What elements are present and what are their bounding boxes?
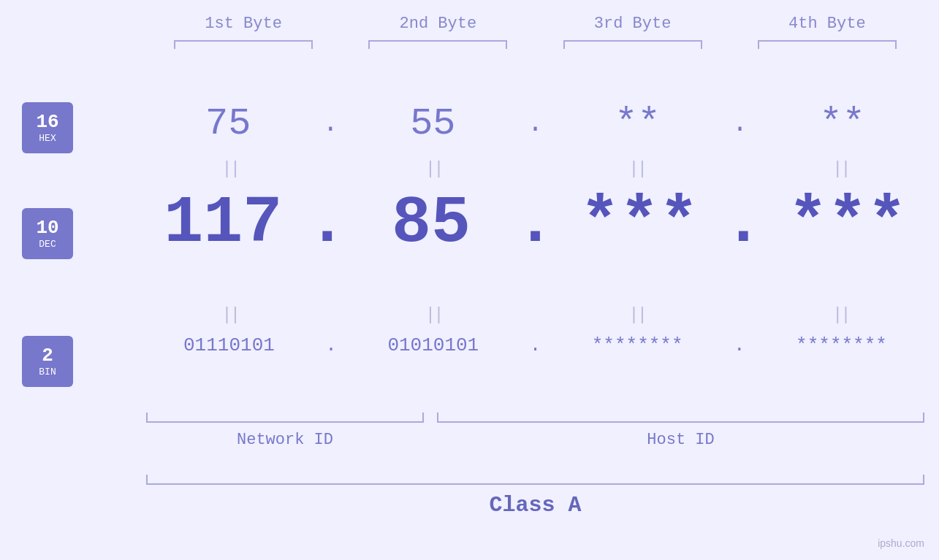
id-labels: Network ID Host ID [146,431,924,449]
hex-badge-label: HEX [39,133,56,144]
dec-dot3: . [723,186,763,261]
bin-row: 01110101 . 01010101 . ******** . *******… [146,334,924,356]
hex-b4: ** [773,102,912,145]
byte4-header: 4th Byte [747,15,908,33]
dec-badge: 10 DEC [22,208,73,259]
class-label-row: Class A [146,493,924,518]
watermark: ipshu.com [878,537,924,549]
dec-b1: 117 [153,186,292,261]
main-layout: 1st Byte 2nd Byte 3rd Byte 4th Byte 16 H… [0,0,939,560]
network-id-label: Network ID [146,431,424,449]
hex-dot3: . [732,109,748,139]
class-label: Class A [489,493,581,518]
host-bracket [437,413,924,423]
network-bracket [146,413,424,423]
bracket-4 [758,40,897,49]
bin-b4: ******** [772,334,911,356]
hex-b2: 55 [363,102,502,145]
equals-row-1: || || || || [146,159,924,179]
hex-badge: 16 HEX [22,102,73,153]
class-bracket [146,475,924,485]
bin-badge-num: 2 [42,345,53,367]
bracket-2 [368,40,507,49]
bracket-1 [174,40,313,49]
dec-badge-num: 10 [36,218,58,239]
hex-dot1: . [322,109,338,139]
bin-b2: 01010101 [364,334,503,356]
byte2-header: 2nd Byte [357,15,518,33]
bracket-3 [563,40,702,49]
hex-b3: ** [569,102,707,145]
dec-b3: *** [570,186,709,261]
bin-badge-label: BIN [39,367,56,377]
hex-dot2: . [528,109,544,139]
dec-badge-label: DEC [39,239,56,250]
equals-row-2: || || || || [146,305,924,325]
bin-badge: 2 BIN [22,336,73,387]
hex-row: 75 . 55 . ** . ** [146,102,924,145]
byte3-header: 3rd Byte [552,15,713,33]
host-id-label: Host ID [437,431,924,449]
class-bracket-line [146,475,924,485]
bottom-brackets [146,413,924,423]
top-brackets [146,40,924,49]
bin-dot2: . [530,334,541,356]
byte-headers-row: 1st Byte 2nd Byte 3rd Byte 4th Byte [146,15,924,33]
dec-row: 117 . 85 . *** . *** [146,186,924,261]
dec-dot2: . [515,186,555,261]
dec-b4: *** [778,186,917,261]
hex-b1: 75 [159,102,297,145]
bin-dot1: . [325,334,337,356]
bin-b1: 01110101 [159,334,298,356]
byte1-header: 1st Byte [163,15,324,33]
dec-b2: 85 [362,186,501,261]
bin-dot3: . [734,334,745,356]
hex-badge-num: 16 [36,112,58,133]
dec-dot1: . [308,186,347,261]
bin-b3: ******** [568,334,707,356]
